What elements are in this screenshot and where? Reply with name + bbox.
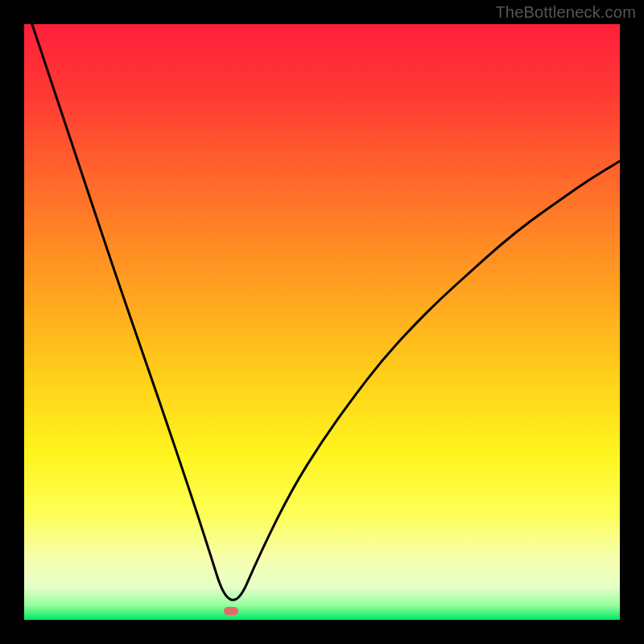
bottleneck-curve [24, 24, 620, 620]
watermark-text: TheBottleneck.com [495, 3, 636, 22]
chart-frame: TheBottleneck.com [0, 0, 644, 644]
plot-area [24, 24, 620, 620]
minimum-marker [224, 607, 238, 615]
